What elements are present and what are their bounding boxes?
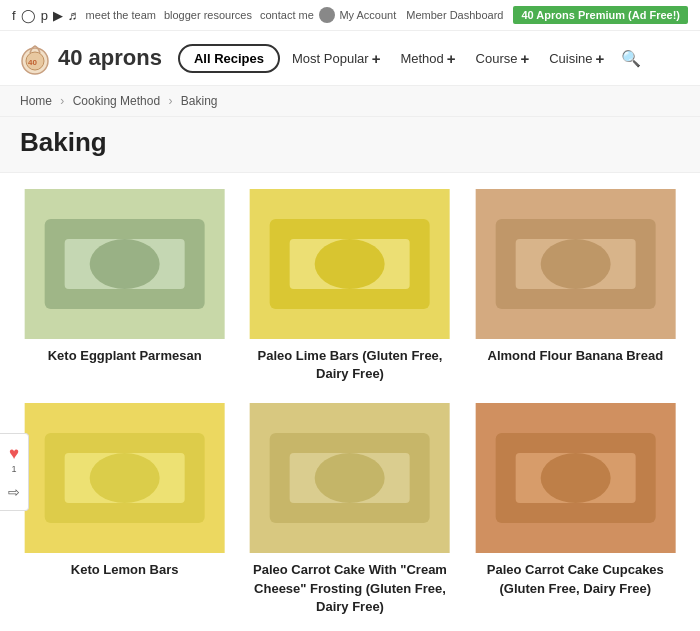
recipe-title: Almond Flour Banana Bread <box>471 347 680 365</box>
share-icon: ⇨ <box>8 484 20 500</box>
recipe-image <box>20 403 229 553</box>
breadcrumb-cooking-method[interactable]: Cooking Method <box>73 94 160 108</box>
recipe-image <box>245 403 454 553</box>
social-icons: f ◯ p ▶ ♬ <box>12 8 78 23</box>
my-account-label: My Account <box>339 9 396 21</box>
cuisine-nav[interactable]: Cuisine + <box>541 45 612 72</box>
recipe-grid: Keto Eggplant Parmesan Paleo Lime Bars (… <box>20 189 680 616</box>
course-plus-icon: + <box>520 50 529 67</box>
breadcrumb: Home › Cooking Method › Baking <box>0 86 700 117</box>
account-icon <box>319 7 335 23</box>
most-popular-plus-icon: + <box>372 50 381 67</box>
floating-sidebar: ♥ 1 ⇨ <box>0 433 29 511</box>
instagram-icon[interactable]: ◯ <box>21 8 36 23</box>
recipe-card[interactable]: Paleo Lime Bars (Gluten Free, Dairy Free… <box>245 189 454 383</box>
member-dashboard-link[interactable]: Member Dashboard <box>406 9 503 21</box>
page-title: Baking <box>20 127 680 158</box>
recipe-card[interactable]: Keto Eggplant Parmesan <box>20 189 229 383</box>
breadcrumb-sep-2: › <box>168 94 172 108</box>
cuisine-plus-icon: + <box>596 50 605 67</box>
recipe-card[interactable]: Paleo Carrot Cake Cupcakes (Gluten Free,… <box>471 403 680 616</box>
recipe-title: Paleo Lime Bars (Gluten Free, Dairy Free… <box>245 347 454 383</box>
top-bar-right: My Account Member Dashboard 40 Aprons Pr… <box>319 6 688 24</box>
pinterest-icon[interactable]: p <box>41 8 48 23</box>
breadcrumb-sep-1: › <box>60 94 64 108</box>
recipe-image <box>471 189 680 339</box>
recipe-image <box>471 403 680 553</box>
cuisine-label: Cuisine <box>549 51 592 66</box>
facebook-icon[interactable]: f <box>12 8 16 23</box>
svg-point-26 <box>540 453 610 503</box>
recipe-image <box>245 189 454 339</box>
recipe-image <box>20 189 229 339</box>
premium-badge[interactable]: 40 Aprons Premium (Ad Free!) <box>513 6 688 24</box>
method-label: Method <box>400 51 443 66</box>
search-button[interactable]: 🔍 <box>616 44 646 73</box>
youtube-icon[interactable]: ▶ <box>53 8 63 23</box>
most-popular-nav[interactable]: Most Popular + <box>284 45 388 72</box>
logo-text: 40 aprons <box>58 45 162 71</box>
header: 40 40 aprons All Recipes Most Popular + … <box>0 31 700 86</box>
svg-point-6 <box>90 239 160 289</box>
tiktok-icon[interactable]: ♬ <box>68 8 78 23</box>
logo-icon: 40 <box>16 39 54 77</box>
svg-text:40: 40 <box>28 58 37 67</box>
most-popular-label: Most Popular <box>292 51 369 66</box>
main-content: Keto Eggplant Parmesan Paleo Lime Bars (… <box>0 173 700 631</box>
breadcrumb-home[interactable]: Home <box>20 94 52 108</box>
recipe-card[interactable]: Keto Lemon Bars <box>20 403 229 616</box>
svg-point-18 <box>90 453 160 503</box>
recipe-title: Paleo Carrot Cake With "Cream Cheese" Fr… <box>245 561 454 616</box>
logo[interactable]: 40 40 aprons <box>16 39 162 77</box>
share-button[interactable]: ⇨ <box>6 482 22 502</box>
breadcrumb-current: Baking <box>181 94 218 108</box>
blogger-resources-link[interactable]: blogger resources <box>164 9 252 21</box>
recipe-title: Keto Eggplant Parmesan <box>20 347 229 365</box>
all-recipes-button[interactable]: All Recipes <box>178 44 280 73</box>
recipe-card[interactable]: Paleo Carrot Cake With "Cream Cheese" Fr… <box>245 403 454 616</box>
top-bar-left: f ◯ p ▶ ♬ meet the team blogger resource… <box>12 8 314 23</box>
recipe-card[interactable]: Almond Flour Banana Bread <box>471 189 680 383</box>
svg-point-22 <box>315 453 385 503</box>
course-label: Course <box>476 51 518 66</box>
method-plus-icon: + <box>447 50 456 67</box>
meet-team-link[interactable]: meet the team <box>86 9 156 21</box>
heart-icon: ♥ <box>9 444 19 464</box>
main-nav: All Recipes Most Popular + Method + Cour… <box>178 44 684 73</box>
svg-point-10 <box>315 239 385 289</box>
save-button[interactable]: ♥ 1 <box>7 442 21 476</box>
page-title-section: Baking <box>0 117 700 173</box>
contact-link[interactable]: contact me <box>260 9 314 21</box>
course-nav[interactable]: Course + <box>468 45 538 72</box>
method-nav[interactable]: Method + <box>392 45 463 72</box>
my-account[interactable]: My Account <box>319 7 396 23</box>
recipe-title: Paleo Carrot Cake Cupcakes (Gluten Free,… <box>471 561 680 597</box>
recipe-title: Keto Lemon Bars <box>20 561 229 579</box>
heart-count: 1 <box>11 464 16 474</box>
svg-point-14 <box>540 239 610 289</box>
top-bar: f ◯ p ▶ ♬ meet the team blogger resource… <box>0 0 700 31</box>
